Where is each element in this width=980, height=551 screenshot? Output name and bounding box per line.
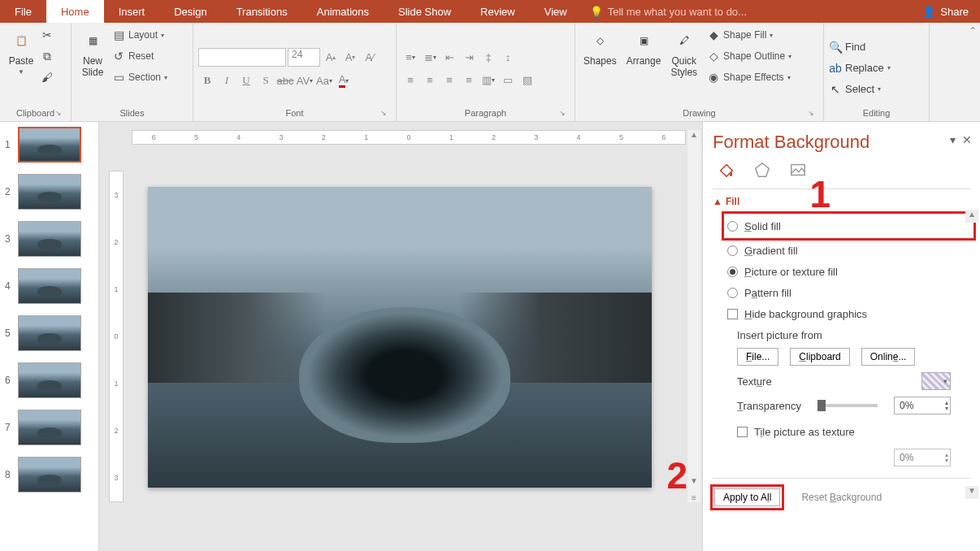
dialog-launcher-drawing[interactable]: ↘ (805, 107, 817, 119)
copy-button[interactable]: ⧉ (41, 47, 54, 65)
shape-effects-button[interactable]: ◉Shape Effects▾ (707, 68, 791, 86)
chevron-down-icon: ▼ (18, 68, 24, 76)
ruler-tick: 1 (114, 380, 118, 388)
offset-value[interactable]: 0%▴▾ (894, 449, 951, 466)
tab-file[interactable]: File (0, 0, 46, 23)
effects-tab-icon[interactable] (752, 159, 773, 180)
decrease-font-button[interactable]: A▾ (341, 49, 359, 67)
hide-graphics-check[interactable]: Hide background graphics (727, 303, 970, 324)
texture-picker[interactable]: ▾ (921, 372, 951, 390)
share-button[interactable]: 👤 Share (911, 0, 980, 23)
online-button[interactable]: Online... (861, 348, 916, 366)
ruler-tick: 2 (114, 238, 118, 246)
pane-close-button[interactable]: ✕ (962, 133, 972, 146)
ruler-tick: 5 (194, 133, 198, 141)
select-button[interactable]: ↖Select▾ (829, 80, 924, 98)
tell-me[interactable]: 💡 Tell me what you want to do... (582, 0, 912, 23)
smartart-button[interactable]: ▧ (518, 72, 536, 89)
slide-thumb-3[interactable] (18, 221, 81, 257)
dialog-launcher-clipboard[interactable]: ↘ (53, 107, 64, 119)
tab-slideshow[interactable]: Slide Show (384, 0, 466, 23)
slide-thumb-2[interactable] (18, 174, 81, 210)
bold-button[interactable]: B (198, 72, 216, 89)
line-spacing-button[interactable]: ‡ (479, 49, 497, 67)
font-name-select[interactable] (198, 48, 286, 67)
picture-tab-icon[interactable] (787, 159, 809, 180)
shadow-button[interactable]: S (257, 72, 275, 89)
clipboard-button[interactable]: Clipboard (790, 348, 849, 366)
tile-check[interactable]: Tile picture as texture (737, 421, 970, 442)
solid-fill-radio[interactable]: Solid fill (727, 215, 970, 236)
dialog-launcher-paragraph[interactable]: ↘ (557, 107, 568, 119)
increase-font-button[interactable]: A▴ (322, 49, 340, 67)
transparency-slider[interactable] (817, 404, 878, 407)
bullets-button[interactable]: ≡▾ (401, 49, 419, 67)
justify-button[interactable]: ≡ (460, 72, 478, 89)
slide-thumb-4[interactable] (18, 268, 81, 304)
format-painter-button[interactable]: 🖌 (41, 68, 54, 86)
slide-canvas[interactable] (148, 187, 652, 488)
change-case-button[interactable]: Aa▾ (315, 72, 333, 89)
shapes-button[interactable]: ◇Shapes (580, 26, 620, 68)
tab-animations[interactable]: Animations (302, 0, 384, 23)
slide-thumb-5[interactable] (18, 315, 81, 351)
replace-button[interactable]: abReplace▾ (829, 59, 924, 77)
columns-button[interactable]: ▥▾ (479, 72, 497, 89)
strike-button[interactable]: abc (276, 72, 294, 89)
ruler-tick: 3 (114, 191, 118, 199)
tab-home[interactable]: Home (46, 0, 104, 23)
tab-design[interactable]: Design (159, 0, 221, 23)
font-color-button[interactable]: A▾ (335, 72, 353, 89)
collapse-ribbon-button[interactable]: ˆ (971, 26, 975, 41)
align-right-button[interactable]: ≡ (440, 72, 458, 89)
copy-icon: ⧉ (41, 50, 54, 63)
dialog-launcher-font[interactable]: ↘ (378, 107, 389, 119)
fill-tab-icon[interactable] (716, 159, 737, 180)
align-center-button[interactable]: ≡ (421, 72, 439, 89)
fill-collapse-icon[interactable]: ▲ (713, 196, 722, 207)
char-spacing-button[interactable]: AV▾ (296, 72, 314, 89)
numbering-button[interactable]: ≣▾ (421, 49, 439, 67)
slide-thumb-6[interactable] (18, 362, 81, 398)
apply-to-all-button[interactable]: Apply to All (714, 488, 780, 506)
find-icon: 🔍 (829, 41, 842, 54)
picture-fill-radio[interactable]: Picture or texture fill (727, 261, 970, 282)
ruler-tick: 5 (619, 133, 623, 141)
transparency-value[interactable]: 0%▴▾ (894, 397, 951, 414)
increase-indent-button[interactable]: ⇥ (460, 49, 478, 67)
shape-outline-button[interactable]: ◇Shape Outline▾ (707, 47, 791, 65)
layout-button[interactable]: ▤Layout▾ (112, 26, 167, 44)
tab-transitions[interactable]: Transitions (222, 0, 302, 23)
align-left-button[interactable]: ≡ (401, 72, 419, 89)
decrease-indent-button[interactable]: ⇤ (440, 49, 458, 67)
italic-button[interactable]: I (218, 72, 236, 89)
cut-button[interactable]: ✂ (41, 26, 54, 44)
align-text-button[interactable]: ▭ (499, 72, 517, 89)
slide-thumb-8[interactable] (18, 457, 81, 492)
pattern-fill-radio[interactable]: Pattern fill (727, 282, 970, 303)
tab-insert[interactable]: Insert (104, 0, 160, 23)
arrange-button[interactable]: ▣Arrange (623, 26, 665, 68)
gradient-fill-radio[interactable]: Gradient fill (727, 240, 970, 261)
pane-scrollbar[interactable]: ▲▼ (965, 210, 978, 499)
text-direction-button[interactable]: ↕ (499, 49, 517, 67)
paste-button[interactable]: 📋 Paste ▼ (5, 26, 37, 77)
quick-styles-button[interactable]: 🖍Quick Styles (667, 26, 700, 80)
font-size-select[interactable]: 24 (288, 48, 320, 67)
tab-review[interactable]: Review (466, 0, 530, 23)
clear-format-button[interactable]: A⁄ (361, 49, 379, 67)
section-button[interactable]: ▭Section▾ (112, 68, 167, 86)
find-button[interactable]: 🔍Find (829, 38, 924, 56)
new-slide-label: New Slide (82, 55, 104, 78)
tab-view[interactable]: View (530, 0, 582, 23)
shape-fill-button[interactable]: ◆Shape Fill▾ (707, 26, 791, 44)
editor-scrollbar[interactable]: ▲▼≡ (687, 130, 700, 502)
slide-thumb-1[interactable] (18, 127, 81, 163)
new-slide-button[interactable]: ▦ New Slide (76, 26, 109, 80)
pane-options-button[interactable]: ▾ (950, 133, 956, 146)
file-button[interactable]: File... (737, 348, 778, 366)
underline-button[interactable]: U (237, 72, 255, 89)
slide-thumb-7[interactable] (18, 410, 81, 445)
reset-button[interactable]: ↺Reset (112, 47, 167, 65)
reset-background-button[interactable]: Reset Background (793, 487, 890, 508)
